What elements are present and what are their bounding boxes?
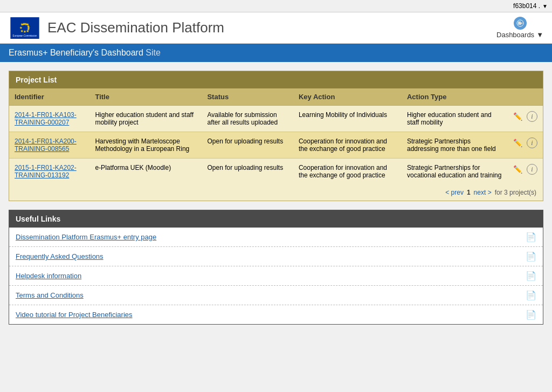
svg-text:European Commission: European Commission — [13, 34, 37, 37]
cell-action-type: Strategic Partnerships addressing more t… — [402, 132, 507, 159]
cell-icons: ✏️ i — [507, 106, 543, 132]
useful-links-container: Useful Links Dissemination Platform Eras… — [9, 210, 543, 325]
project-table: Identifier Title Status Key Action Actio… — [9, 88, 543, 201]
info-icon[interactable]: i — [527, 111, 537, 122]
total-projects: for 3 project(s) — [495, 189, 536, 196]
dashboards-button[interactable]: Dashboards ▼ — [496, 17, 543, 39]
external-link-icon: 📄 — [526, 310, 536, 320]
cell-key-action: Cooperation for innovation and the excha… — [293, 132, 402, 159]
banner-suffix: Site — [143, 48, 161, 57]
next-page[interactable]: next > — [474, 189, 492, 196]
cell-status: Open for uploading results — [202, 159, 293, 185]
project-id-link[interactable]: 2014-1-FR01-KA103-TRAINING-000207 — [15, 111, 77, 126]
cell-key-action: Learning Mobility of Individuals — [293, 106, 402, 132]
current-page: 1 — [467, 189, 471, 196]
svg-rect-16 — [518, 22, 521, 23]
external-link-icon: 📄 — [526, 271, 536, 281]
dashboard-icon — [514, 17, 527, 30]
cell-action-type: Strategic Partnerships for vocational ed… — [402, 159, 507, 185]
table-row: 2014-1-FR01-KA200-TRAINING-008565 Harves… — [9, 132, 543, 159]
cell-icons: ✏️ i — [507, 132, 543, 159]
table-row: 2014-1-FR01-KA103-TRAINING-000207 Higher… — [9, 106, 543, 132]
svg-rect-15 — [518, 23, 522, 24]
useful-link[interactable]: Dissemination Platform Erasmus+ entry pa… — [16, 233, 156, 241]
eu-logo: European Commission — [9, 17, 41, 39]
info-icon[interactable]: i — [527, 164, 537, 175]
dashboard-dropdown-arrow: ▼ — [536, 31, 543, 39]
col-key-action: Key Action — [293, 88, 402, 106]
cell-id[interactable]: 2014-1-FR01-KA103-TRAINING-000207 — [9, 106, 89, 132]
useful-links-list: Dissemination Platform Erasmus+ entry pa… — [9, 228, 543, 324]
cell-title: Higher education student and staff mobil… — [89, 106, 202, 132]
table-row: 2015-1-FR01-KA202-TRAINING-013192 e-Plat… — [9, 159, 543, 185]
cell-id[interactable]: 2014-1-FR01-KA200-TRAINING-008565 — [9, 132, 89, 159]
edit-icon[interactable]: ✏️ — [513, 111, 523, 122]
eu-logo-container: European Commission — [9, 17, 41, 39]
cell-status: Open for uploading results — [202, 132, 293, 159]
external-link-icon: 📄 — [526, 232, 536, 242]
project-id-link[interactable]: 2014-1-FR01-KA200-TRAINING-008565 — [15, 137, 77, 153]
cell-key-action: Cooperation for innovation and the excha… — [293, 159, 402, 185]
cell-status: Available for submission after all resul… — [202, 106, 293, 132]
col-action-type: Action Type — [402, 88, 507, 106]
pagination-row: < prev 1 next > for 3 project(s) — [9, 184, 543, 201]
top-bar: f63b014 . ▼ — [0, 0, 552, 12]
external-link-icon: 📄 — [526, 251, 536, 262]
cell-id[interactable]: 2015-1-FR01-KA202-TRAINING-013192 — [9, 159, 89, 185]
header-left: European Commission EAC Dissemination Pl… — [9, 17, 224, 39]
username: f63b014 . — [513, 2, 540, 10]
svg-rect-17 — [518, 24, 521, 25]
useful-link-item[interactable]: Terms and Conditions 📄 — [9, 286, 543, 305]
dashboard-label[interactable]: Dashboards ▼ — [496, 31, 543, 39]
useful-links-header: Useful Links — [9, 210, 543, 228]
useful-link[interactable]: Video tutorial for Project Beneficiaries — [16, 311, 133, 319]
platform-title: EAC Dissemination Platform — [47, 19, 224, 36]
info-icon[interactable]: i — [527, 137, 537, 148]
user-dropdown-arrow: ▼ — [542, 3, 548, 9]
blue-banner: Erasmus+ Beneficiary's Dashboard Site — [0, 44, 552, 62]
useful-link[interactable]: Helpdesk information — [16, 272, 81, 280]
prev-page[interactable]: < prev — [445, 189, 464, 196]
col-identifier: Identifier — [9, 88, 89, 106]
main-content: Project List Identifier Title Status Key… — [0, 62, 552, 333]
col-title: Title — [89, 88, 202, 106]
col-actions — [507, 88, 543, 106]
useful-link-item[interactable]: Dissemination Platform Erasmus+ entry pa… — [9, 228, 543, 247]
edit-icon[interactable]: ✏️ — [513, 164, 523, 175]
useful-link-item[interactable]: Frequently Asked Questions 📄 — [9, 247, 543, 266]
external-link-icon: 📄 — [526, 290, 536, 300]
useful-link-item[interactable]: Helpdesk information 📄 — [9, 266, 543, 286]
header: European Commission EAC Dissemination Pl… — [0, 12, 552, 44]
banner-title: Erasmus+ Beneficiary's Dashboard — [9, 48, 143, 57]
col-status: Status — [202, 88, 293, 106]
cell-title: e-Platforma UEK (Moodle) — [89, 159, 202, 185]
user-menu[interactable]: f63b014 . ▼ — [513, 2, 548, 10]
pagination[interactable]: < prev 1 next > for 3 project(s) — [445, 189, 536, 196]
project-id-link[interactable]: 2015-1-FR01-KA202-TRAINING-013192 — [15, 164, 77, 179]
useful-link-item[interactable]: Video tutorial for Project Beneficiaries… — [9, 305, 543, 324]
useful-link[interactable]: Frequently Asked Questions — [16, 252, 104, 260]
project-list-container: Project List Identifier Title Status Key… — [9, 71, 543, 201]
edit-icon[interactable]: ✏️ — [513, 137, 523, 148]
useful-link[interactable]: Terms and Conditions — [16, 291, 84, 299]
cell-title: Harvesting with Marteloscope Methodology… — [89, 132, 202, 159]
project-list-header: Project List — [9, 71, 543, 88]
cell-icons: ✏️ i — [507, 159, 543, 185]
cell-action-type: Higher education student and staff mobil… — [402, 106, 507, 132]
